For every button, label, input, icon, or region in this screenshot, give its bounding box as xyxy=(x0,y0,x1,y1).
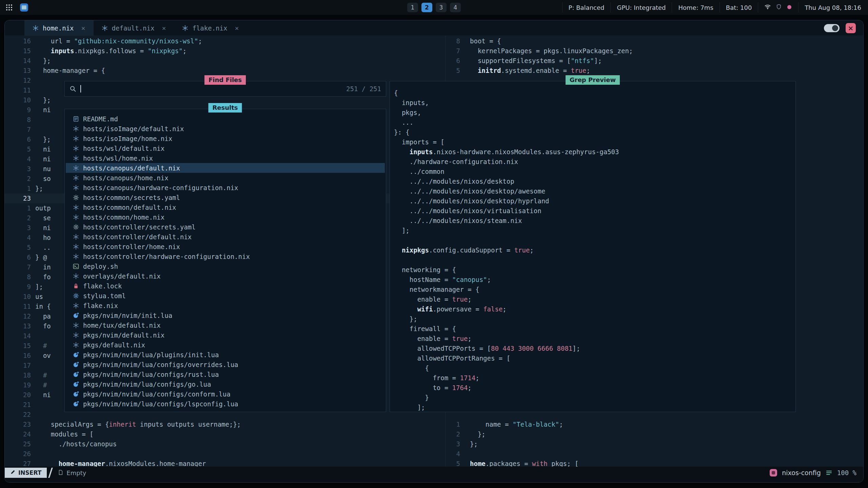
result-item[interactable]: hosts/canopus/default.nix xyxy=(66,163,385,173)
tab-label: default.nix xyxy=(112,24,155,32)
tab-label: flake.nix xyxy=(192,24,227,32)
line-number: 11 xyxy=(5,85,31,95)
code-line: 9]; xyxy=(5,282,43,292)
result-item[interactable]: stylua.toml xyxy=(66,291,385,301)
code-text: in { xyxy=(35,302,51,311)
tray-icons xyxy=(758,2,798,13)
result-filename: deploy.sh xyxy=(83,263,118,270)
nix-icon xyxy=(73,303,79,309)
layout-toggle-button[interactable] xyxy=(824,24,840,32)
code-line: 10 }; xyxy=(5,95,51,105)
code-text: pa xyxy=(35,311,51,321)
result-item[interactable]: pkgs/nvim/default.nix xyxy=(66,330,385,340)
result-filename: flake.nix xyxy=(83,302,118,309)
result-counter: 251 / 251 xyxy=(346,85,381,93)
code-text: ni xyxy=(35,105,51,115)
result-item[interactable]: hosts/canopus/hardware-configuration.nix xyxy=(66,183,385,192)
result-item[interactable]: hosts/controller/default.nix xyxy=(66,232,385,242)
result-item[interactable]: hosts/isoImage/default.nix xyxy=(66,124,385,134)
tab-default.nix[interactable]: default.nix× xyxy=(94,20,174,36)
preview-pane: { inputs, pkgs, ...}: { imports = [ inpu… xyxy=(390,81,795,412)
code-line: 5 ni xyxy=(5,144,51,154)
result-item[interactable]: flake.lock xyxy=(66,281,385,291)
preview-line: pkgs, xyxy=(394,108,421,118)
code-line: 15 inputs.nixpkgs.follows = "nixpkgs"; xyxy=(5,46,186,56)
preview-line: enable = true; xyxy=(394,294,472,304)
result-item[interactable]: pkgs/nvim/nvim/lua/configs/overrides.lua xyxy=(66,360,385,369)
result-item[interactable]: hosts/controller/hardware-configuration.… xyxy=(66,251,385,261)
result-item[interactable]: hosts/isoImage/home.nix xyxy=(66,134,385,143)
code-text: url = "github:nix-community/nixos-wsl"; xyxy=(35,36,202,46)
code-line: 18 # xyxy=(5,370,47,380)
result-item[interactable]: hosts/wsl/default.nix xyxy=(66,143,385,153)
line-number: 15 xyxy=(5,341,31,351)
preview-line: { xyxy=(394,363,429,373)
result-filename: hosts/wsl/default.nix xyxy=(83,145,164,152)
result-item[interactable]: hosts/common/home.nix xyxy=(66,212,385,222)
preview-line: { xyxy=(394,88,398,98)
workspace-button-1[interactable]: 1 xyxy=(407,3,418,12)
code-text: in xyxy=(35,262,51,272)
line-number: 9 xyxy=(5,282,31,292)
code-text: ni xyxy=(35,223,51,233)
tab-close-icon[interactable]: × xyxy=(81,24,85,32)
line-number: 17 xyxy=(5,361,31,370)
result-item[interactable]: pkgs/nvim/nvim/lua/configs/go.lua xyxy=(66,379,385,389)
preview-line: ../../modules/nixos/steam.nix xyxy=(394,216,522,226)
result-item[interactable]: hosts/common/default.nix xyxy=(66,202,385,212)
line-number: 24 xyxy=(5,429,31,439)
preview-line: networking = { xyxy=(394,265,456,275)
workspace-button-2[interactable]: 2 xyxy=(421,3,432,12)
result-filename: overlays/default.nix xyxy=(83,272,161,280)
window-close-button[interactable]: × xyxy=(846,23,856,33)
tab-close-icon[interactable]: × xyxy=(235,24,239,32)
tab-close-icon[interactable]: × xyxy=(162,24,166,32)
code-text: fo xyxy=(35,321,51,331)
result-item[interactable]: pkgs/nvim/nvim/lua/configs/conform.lua xyxy=(66,389,385,399)
result-item[interactable]: pkgs/nvim/nvim/init.lua xyxy=(66,310,385,320)
result-item[interactable]: flake.nix xyxy=(66,301,385,310)
result-item[interactable]: hosts/common/secrets.yaml xyxy=(66,192,385,202)
tab-flake.nix[interactable]: flake.nix× xyxy=(174,20,247,36)
nix-icon xyxy=(73,185,79,191)
result-item[interactable]: hosts/controller/home.nix xyxy=(66,242,385,251)
result-filename: pkgs/nvim/nvim/lua/configs/lspconfig.lua xyxy=(83,400,238,408)
result-item[interactable]: hosts/canopus/home.nix xyxy=(66,173,385,183)
code-line: 1 name = "Tela-black"; xyxy=(447,420,563,429)
code-text: }; xyxy=(35,95,51,105)
preview-title: Grep Preview xyxy=(566,75,620,85)
code-text: # xyxy=(35,341,47,351)
code-text: .. xyxy=(35,243,51,252)
result-item[interactable]: overlays/default.nix xyxy=(66,271,385,281)
code-line: 24 modules = [ xyxy=(5,429,94,439)
result-item[interactable]: pkgs/default.nix xyxy=(66,340,385,350)
result-item[interactable]: pkgs/nvim/nvim/lua/configs/rust.lua xyxy=(66,369,385,379)
workspace-button-3[interactable]: 3 xyxy=(436,3,447,12)
workspace-button-4[interactable]: 4 xyxy=(450,3,461,12)
code-text: nu xyxy=(35,164,51,174)
code-text: boot = { xyxy=(470,36,501,46)
color-dot-icon[interactable] xyxy=(787,4,792,11)
result-item[interactable]: deploy.sh xyxy=(66,261,385,271)
tab-home.nix[interactable]: home.nix× xyxy=(24,20,94,36)
result-item[interactable]: README.md xyxy=(66,114,385,124)
shield-icon[interactable] xyxy=(776,4,782,11)
line-number: 6 xyxy=(5,252,31,262)
result-item[interactable]: pkgs/nvim/nvim/lua/plugins/init.lua xyxy=(66,350,385,360)
preview-panel: { inputs, pkgs, ...}: { imports = [ inpu… xyxy=(390,81,796,412)
statusline-separator xyxy=(48,468,53,478)
preview-line: networkmanager = { xyxy=(394,285,479,294)
app-menu-icon[interactable] xyxy=(20,3,28,12)
wifi-icon[interactable] xyxy=(764,3,771,12)
result-filename: hosts/canopus/hardware-configuration.nix xyxy=(83,184,238,191)
line-number: 10 xyxy=(5,292,31,302)
preview-line: hostName = "canopus"; xyxy=(394,275,491,285)
code-line: 10us xyxy=(5,292,43,302)
result-item[interactable]: hosts/wsl/home.nix xyxy=(66,153,385,163)
result-item[interactable]: home/tux/default.nix xyxy=(66,320,385,330)
result-item[interactable]: pkgs/nvim/nvim/lua/configs/lspconfig.lua xyxy=(66,399,385,409)
editor-window: 16 url = "github:nix-community/nixos-wsl… xyxy=(4,20,864,483)
result-filename: hosts/common/home.nix xyxy=(83,214,164,221)
result-item[interactable]: hosts/controller/secrets.yaml xyxy=(66,222,385,232)
app-grid-icon[interactable] xyxy=(5,4,13,11)
